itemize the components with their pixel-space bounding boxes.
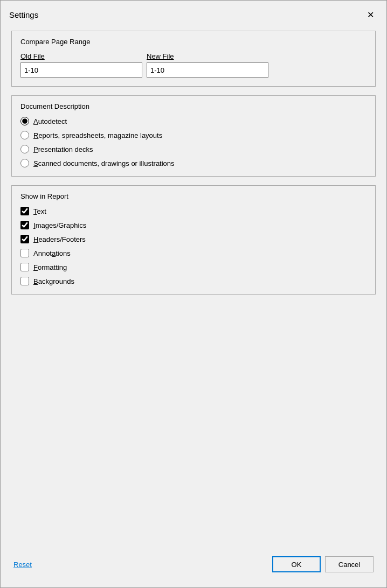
dialog-title: Settings bbox=[9, 10, 38, 19]
dialog-content: Compare Page Range Old File New File D bbox=[1, 26, 386, 550]
checkbox-backgrounds-input[interactable] bbox=[20, 277, 29, 285]
new-file-label: New File bbox=[147, 52, 268, 60]
title-bar: Settings ✕ bbox=[1, 1, 386, 26]
radio-autodetect-label: Autodetect bbox=[33, 117, 67, 125]
reset-button[interactable]: Reset bbox=[13, 561, 32, 569]
checkbox-backgrounds-label: Backgrounds bbox=[33, 277, 74, 285]
show-in-report-title: Show in Report bbox=[20, 192, 367, 200]
footer-buttons: OK Cancel bbox=[272, 556, 374, 572]
checkbox-text-input[interactable] bbox=[20, 207, 29, 215]
close-button[interactable]: ✕ bbox=[363, 7, 378, 22]
compare-page-range-title: Compare Page Range bbox=[20, 38, 367, 46]
checkbox-images-input[interactable] bbox=[20, 221, 29, 229]
checkbox-headers-input[interactable] bbox=[20, 235, 29, 243]
dialog-footer: Reset OK Cancel bbox=[1, 550, 386, 577]
old-file-label: Old File bbox=[20, 52, 142, 60]
checkbox-text[interactable]: Text bbox=[20, 207, 367, 215]
radio-autodetect[interactable]: Autodetect bbox=[20, 117, 367, 125]
radio-presentations[interactable]: Presentation decks bbox=[20, 145, 367, 153]
checkbox-formatting-input[interactable] bbox=[20, 263, 29, 271]
checkbox-annotations-input[interactable] bbox=[20, 249, 29, 257]
document-description-options: Autodetect Reports, spreadsheets, magazi… bbox=[20, 117, 367, 167]
checkbox-images-label: Images/Graphics bbox=[33, 221, 86, 229]
new-file-input[interactable] bbox=[147, 62, 268, 78]
new-file-field: New File bbox=[147, 52, 268, 78]
checkbox-annotations[interactable]: Annotations bbox=[20, 249, 367, 257]
checkbox-headers-label: Headers/Footers bbox=[33, 235, 86, 243]
radio-reports-input[interactable] bbox=[20, 131, 29, 139]
radio-reports-label: Reports, spreadsheets, magazine layouts bbox=[33, 131, 162, 139]
document-description-title: Document Description bbox=[20, 102, 367, 110]
show-in-report-options: Text Images/Graphics Headers/Footers bbox=[20, 207, 367, 285]
radio-scanned-label: Scanned documents, drawings or illustrat… bbox=[33, 159, 175, 167]
radio-reports[interactable]: Reports, spreadsheets, magazine layouts bbox=[20, 131, 367, 139]
checkbox-headers[interactable]: Headers/Footers bbox=[20, 235, 367, 243]
old-file-input[interactable] bbox=[20, 62, 142, 78]
compare-page-range-group: Compare Page Range Old File New File bbox=[11, 31, 376, 87]
show-in-report-group: Show in Report Text Images/Graphics bbox=[11, 185, 376, 295]
cancel-button[interactable]: Cancel bbox=[325, 556, 374, 572]
checkbox-annotations-label: Annotations bbox=[33, 249, 71, 257]
settings-dialog: Settings ✕ Compare Page Range Old File N… bbox=[0, 0, 387, 588]
radio-presentations-label: Presentation decks bbox=[33, 145, 93, 153]
document-description-group: Document Description Autodetect Reports,… bbox=[11, 95, 376, 177]
ok-button[interactable]: OK bbox=[272, 556, 321, 572]
page-range-grid: Old File New File bbox=[20, 52, 268, 78]
radio-scanned-input[interactable] bbox=[20, 159, 29, 167]
checkbox-backgrounds[interactable]: Backgrounds bbox=[20, 277, 367, 285]
old-file-field: Old File bbox=[20, 52, 142, 78]
checkbox-formatting-label: Formatting bbox=[33, 263, 67, 271]
radio-autodetect-input[interactable] bbox=[20, 117, 29, 125]
radio-presentations-input[interactable] bbox=[20, 145, 29, 153]
radio-scanned[interactable]: Scanned documents, drawings or illustrat… bbox=[20, 159, 367, 167]
checkbox-formatting[interactable]: Formatting bbox=[20, 263, 367, 271]
checkbox-text-label: Text bbox=[33, 207, 46, 215]
checkbox-images[interactable]: Images/Graphics bbox=[20, 221, 367, 229]
